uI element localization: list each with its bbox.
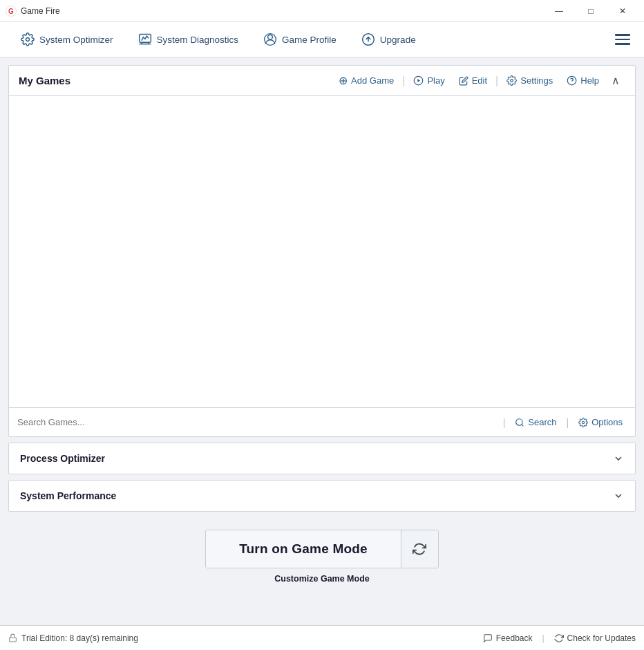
nav-system-diagnostics[interactable]: System Diagnostics [126,21,252,57]
nav-items: System Optimizer System Diagnostics Game… [8,21,609,57]
feedback-label: Feedback [496,633,533,643]
game-mode-refresh-button[interactable] [401,530,438,568]
game-mode-button-wrapper: Turn on Game Mode [205,530,439,568]
search-icon [515,418,524,427]
my-games-panel: My Games ⊕ Add Game | Play Edi [8,65,636,437]
edit-label: Edit [472,75,487,86]
game-mode-button[interactable]: Turn on Game Mode [206,530,401,568]
svg-line-17 [522,424,524,426]
nav-bar: System Optimizer System Diagnostics Game… [0,22,644,58]
play-button[interactable]: Play [406,68,451,93]
search-divider-1: | [503,417,506,428]
status-bar: Trial Edition: 8 day(s) remaining Feedba… [0,625,644,650]
svg-marker-12 [418,79,421,82]
title-bar: G Game Fire — □ ✕ [0,0,644,22]
hamburger-line-1 [615,34,630,36]
system-diagnostics-icon [138,32,152,46]
svg-point-13 [511,80,513,82]
system-performance-title: System Performance [20,490,116,501]
feedback-icon [483,633,493,643]
process-optimizer-title: Process Optimizer [20,453,105,464]
svg-rect-19 [10,638,17,642]
trial-text: Trial Edition: 8 day(s) remaining [21,633,138,643]
edit-button[interactable]: Edit [452,68,494,93]
play-label: Play [427,75,444,86]
app-title: Game Fire [21,6,60,16]
separator-1: | [401,75,406,87]
edit-icon [459,76,468,86]
svg-point-18 [582,421,585,424]
search-divider-2: | [567,417,569,428]
settings-label: Settings [520,75,553,86]
hamburger-line-2 [615,39,630,41]
help-label: Help [580,75,599,86]
options-label: Options [591,417,623,427]
process-optimizer-chevron-icon [613,453,624,464]
play-icon [413,75,424,86]
status-right: Feedback | Check for Updates [483,633,636,643]
check-updates-label: Check for Updates [567,633,636,643]
nav-game-profile[interactable]: Game Profile [251,21,349,57]
app-logo: G [6,6,17,17]
customize-game-mode-button[interactable]: Customize Game Mode [274,574,370,584]
main-content: My Games ⊕ Add Game | Play Edi [0,58,644,625]
games-list [9,96,635,407]
minimize-button[interactable]: — [543,0,575,22]
options-button[interactable]: Options [574,416,627,429]
settings-button[interactable]: Settings [500,68,560,93]
nav-system-diagnostics-label: System Diagnostics [157,35,239,45]
close-button[interactable]: ✕ [607,0,638,22]
collapse-icon: ∧ [612,74,620,87]
maximize-button[interactable]: □ [575,0,607,22]
svg-point-16 [516,418,522,425]
system-performance-header[interactable]: System Performance [9,481,635,511]
hamburger-line-3 [615,43,630,45]
nav-system-optimizer-label: System Optimizer [39,35,113,45]
my-games-header: My Games ⊕ Add Game | Play Edi [9,66,635,96]
svg-point-2 [26,38,30,41]
hamburger-menu-button[interactable] [609,27,636,52]
nav-system-optimizer[interactable]: System Optimizer [8,21,126,57]
add-game-button[interactable]: ⊕ Add Game [332,68,401,93]
search-bar: | Search | Options [9,407,635,436]
status-left: Trial Edition: 8 day(s) remaining [8,633,483,643]
process-optimizer-panel: Process Optimizer [8,443,636,474]
add-game-label: Add Game [351,75,394,86]
search-games-input[interactable] [17,417,498,427]
help-icon [567,75,577,86]
help-button[interactable]: Help [560,68,606,93]
my-games-title: My Games [19,75,70,86]
svg-text:G: G [8,8,14,15]
title-bar-left: G Game Fire [6,6,60,17]
feedback-button[interactable]: Feedback [483,633,533,643]
status-divider: | [542,633,544,643]
options-icon [578,418,588,427]
separator-2: | [494,75,500,87]
add-game-icon: ⊕ [339,74,348,87]
process-optimizer-header[interactable]: Process Optimizer [9,443,635,474]
my-games-actions: ⊕ Add Game | Play Edit | [332,68,625,93]
system-optimizer-icon [21,32,35,46]
upgrade-icon [361,32,375,46]
settings-icon [506,75,517,86]
svg-point-7 [268,35,273,39]
system-performance-panel: System Performance [8,480,636,512]
search-label: Search [528,417,556,427]
refresh-icon [413,542,426,556]
lock-icon [8,633,17,642]
check-updates-button[interactable]: Check for Updates [554,633,636,643]
window-controls: — □ ✕ [543,0,638,22]
search-button[interactable]: Search [511,416,560,429]
nav-upgrade-label: Upgrade [380,35,416,45]
game-profile-icon [263,32,277,46]
collapse-button[interactable]: ∧ [606,68,625,93]
updates-icon [554,633,564,643]
game-mode-section: Turn on Game Mode Customize Game Mode [8,517,636,589]
nav-game-profile-label: Game Profile [282,35,337,45]
nav-upgrade[interactable]: Upgrade [349,21,428,57]
system-performance-chevron-icon [613,490,624,501]
